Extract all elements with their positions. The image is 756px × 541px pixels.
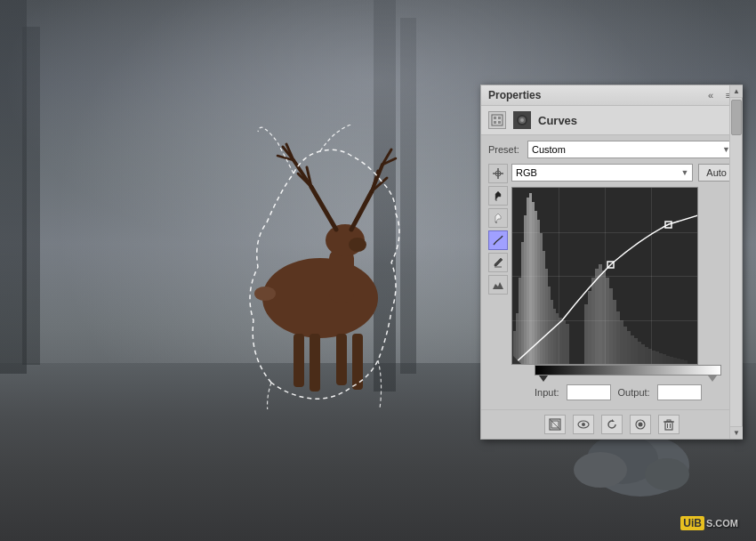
svg-rect-81 [659, 353, 663, 365]
svg-rect-6 [336, 334, 347, 385]
scroll-thumb[interactable] [731, 100, 742, 135]
panel-scrollbar: ▲ ▼ [729, 85, 742, 439]
svg-rect-30 [498, 121, 501, 124]
svg-rect-102 [667, 420, 671, 422]
svg-rect-71 [623, 327, 627, 365]
svg-rect-47 [532, 202, 535, 365]
scroll-down-arrow[interactable]: ▼ [730, 426, 743, 439]
svg-rect-84 [670, 357, 673, 365]
channel-dropdown[interactable]: RGB ▼ [511, 164, 693, 182]
eye-button[interactable] [573, 415, 594, 434]
channel-arrow: ▼ [680, 168, 688, 177]
output-label: Output: [618, 387, 650, 398]
collapse-button[interactable]: « [704, 89, 717, 101]
svg-rect-55 [553, 309, 556, 365]
svg-rect-44 [524, 215, 527, 365]
tree-left-2 [22, 27, 40, 365]
svg-rect-70 [620, 320, 623, 365]
svg-rect-57 [559, 318, 562, 365]
svg-rect-56 [556, 313, 559, 365]
svg-rect-52 [545, 269, 548, 365]
svg-rect-59 [566, 324, 569, 365]
svg-point-21 [254, 287, 276, 301]
svg-rect-48 [535, 211, 537, 365]
svg-rect-65 [602, 270, 606, 365]
watermark: UiB S.COM [680, 516, 738, 530]
svg-rect-83 [666, 356, 670, 365]
svg-rect-80 [655, 351, 659, 365]
svg-marker-97 [612, 419, 615, 422]
svg-rect-68 [613, 300, 616, 365]
svg-point-99 [638, 423, 642, 427]
scroll-up-arrow[interactable]: ▲ [730, 85, 743, 98]
input-field[interactable] [567, 384, 611, 400]
svg-line-8 [311, 187, 336, 230]
scrubby-right-triangle [708, 375, 717, 382]
channel-row: RGB ▼ Auto [511, 164, 735, 182]
curve-tool-btn[interactable] [488, 230, 508, 250]
output-field[interactable] [657, 384, 702, 400]
visibility2-button[interactable] [630, 415, 651, 434]
svg-point-0 [262, 258, 378, 338]
svg-point-3 [349, 238, 366, 252]
curves-graph[interactable] [511, 187, 698, 365]
svg-rect-50 [540, 233, 543, 365]
svg-rect-78 [648, 349, 652, 365]
scrubby-bar[interactable] [535, 365, 721, 375]
io-row: Input: Output: [535, 384, 735, 400]
svg-rect-73 [631, 335, 634, 365]
svg-rect-27 [494, 117, 496, 119]
svg-rect-67 [609, 288, 613, 365]
deer-svg [205, 125, 418, 409]
black-point-btn[interactable] [488, 186, 508, 206]
svg-rect-63 [595, 269, 599, 365]
histogram-svg [513, 189, 698, 365]
svg-rect-77 [645, 347, 648, 365]
reset-button[interactable] [601, 415, 623, 434]
input-label: Input: [535, 387, 559, 398]
svg-rect-62 [591, 278, 595, 365]
properties-panel: Properties « ≡ Curves [480, 85, 743, 440]
sample-tool-btn[interactable] [488, 164, 508, 183]
svg-rect-45 [527, 198, 529, 365]
svg-rect-54 [551, 300, 553, 365]
preset-value: Custom [532, 144, 566, 155]
panel-header: Curves [481, 106, 742, 135]
watermark-logo: UiB [680, 516, 704, 530]
svg-rect-66 [606, 278, 609, 365]
svg-rect-46 [529, 193, 532, 365]
channel-tools-area: RGB ▼ Auto [488, 164, 735, 404]
svg-rect-72 [627, 331, 631, 365]
curves-title: Curves [538, 114, 577, 127]
white-point-btn[interactable] [488, 208, 508, 228]
svg-rect-41 [516, 313, 519, 365]
scrubby-left-triangle [539, 375, 548, 382]
mask-button[interactable] [544, 415, 566, 434]
watermark-suffix: S.COM [706, 518, 738, 529]
mountain-btn[interactable] [488, 275, 508, 295]
svg-rect-74 [634, 338, 638, 365]
delete-button[interactable] [658, 415, 680, 434]
graph-area: RGB ▼ Auto [511, 164, 735, 404]
svg-rect-5 [310, 334, 320, 392]
svg-rect-82 [663, 354, 666, 365]
svg-point-24 [574, 452, 627, 488]
panel-titlebar: Properties « ≡ [481, 85, 742, 106]
svg-rect-43 [521, 242, 524, 365]
svg-rect-64 [599, 264, 602, 365]
svg-rect-60 [584, 304, 588, 365]
preset-dropdown[interactable]: Custom ▼ [527, 141, 735, 158]
adjustment-layers-icon[interactable] [488, 111, 506, 129]
tool-column [488, 164, 508, 404]
svg-rect-1 [329, 249, 354, 303]
svg-rect-42 [519, 278, 521, 365]
svg-point-33 [520, 118, 524, 122]
svg-rect-53 [548, 287, 551, 365]
preset-label: Preset: [488, 144, 522, 155]
pencil-tool-btn[interactable] [488, 253, 508, 272]
svg-rect-58 [562, 320, 566, 365]
svg-point-96 [582, 423, 585, 426]
svg-point-25 [645, 458, 689, 490]
curves-mode-icon[interactable] [513, 111, 531, 129]
svg-rect-61 [588, 291, 591, 365]
